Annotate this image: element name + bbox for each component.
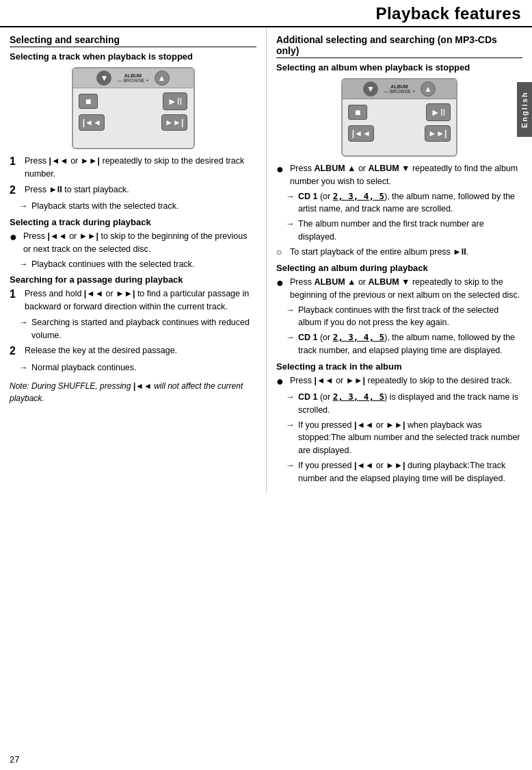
right-bullet3-arrow2: → If you pressed |◄◄ or ►►| when playbac… <box>286 419 522 457</box>
left-diagram: ▼ ALBUM — BROWSE + ▲ ■ ►II |◄◄ ►►| <box>10 67 256 149</box>
step2-text: Press ►II to start playback. <box>25 183 129 196</box>
play-btn-left[interactable]: ►II <box>163 92 187 110</box>
step2-arrow: → Playback starts with the selected trac… <box>19 200 256 213</box>
page-number: 27 <box>10 754 19 765</box>
right-sub3-title: Selecting a track in the album <box>276 361 522 372</box>
cd-player-left: ▼ ALBUM — BROWSE + ▲ ■ ►II |◄◄ ►►| <box>72 67 195 149</box>
right-bullet1-arrow1: → CD 1 (or 2, 3, 4, 5), the album name, … <box>286 190 522 216</box>
right-sub2-title: Selecting an album during playback <box>276 263 522 273</box>
btn-down-left[interactable]: ▲ <box>155 70 170 86</box>
step4: 2 Release the key at the desired passage… <box>10 344 256 359</box>
right-column: Additional selecting and searching (on M… <box>267 27 532 493</box>
next-btn-right[interactable]: ►►| <box>425 125 451 142</box>
right-section-title: Additional selecting and searching (on M… <box>276 34 522 58</box>
page-header: Playback features <box>0 0 532 27</box>
player-bottom-right: |◄◄ ►►| <box>348 125 450 142</box>
cd-player-right: ▼ ALBUM — BROWSE + ▲ ■ ►II |◄◄ ►►| <box>341 78 457 157</box>
next-btn-left[interactable]: ►►| <box>161 114 187 131</box>
left-column: Selecting and searching Selecting a trac… <box>0 27 267 493</box>
step3-arrow: → Searching is started and playback cont… <box>19 316 256 342</box>
step3-num: 1 <box>10 287 22 302</box>
prev-btn-right[interactable]: |◄◄ <box>348 125 374 142</box>
bullet1: ● Press |◄◄ or ►►| to skip to the beginn… <box>10 230 256 256</box>
left-sub1-title: Selecting a track when playback is stopp… <box>10 51 256 62</box>
right-circle1: ○ To start playback of the entire album … <box>276 246 522 259</box>
bullet1-arrow: → Playback continues with the selected t… <box>19 258 256 271</box>
right-bullet1-arrow2: → The album number and the first track n… <box>286 218 522 244</box>
right-bullet2-arrow2: → CD 1 (or 2, 3, 4, 5), the album name, … <box>286 331 522 357</box>
page-title: Playback features <box>11 4 521 23</box>
language-tab: English <box>517 82 532 137</box>
right-bullet3: ● Press |◄◄ or ►►| repeatedly to skip to… <box>276 374 522 389</box>
right-bullet2: ● Press ALBUM ▲ or ALBUM ▼ repeatedly to… <box>276 276 522 302</box>
player-middle-right: ■ ►II <box>348 103 450 121</box>
main-content: Selecting and searching Selecting a trac… <box>0 27 532 493</box>
stop-btn-left[interactable]: ■ <box>79 94 98 109</box>
btn-up-right[interactable]: ▼ <box>363 81 378 97</box>
step4-text: Release the key at the desired passage. <box>25 344 177 357</box>
step4-arrow: → Normal playback continues. <box>19 361 256 374</box>
player-middle-left: ■ ►II <box>79 92 187 110</box>
right-bullet3-arrow3: → If you pressed |◄◄ or ►►| during playb… <box>286 459 522 485</box>
step4-num: 2 <box>10 344 22 359</box>
right-bullet1: ● Press ALBUM ▲ or ALBUM ▼ repeatedly to… <box>276 162 522 188</box>
right-sub1-title: Selecting an album when playback is stop… <box>276 62 522 73</box>
stop-btn-right[interactable]: ■ <box>348 105 367 120</box>
prev-btn-left[interactable]: |◄◄ <box>79 114 105 131</box>
left-sub3-title: Searching for a passage during playback <box>10 274 256 285</box>
right-diagram: ▼ ALBUM — BROWSE + ▲ ■ ►II |◄◄ ►►| <box>276 78 522 157</box>
right-bullet2-arrow1: → Playback continues with the first trac… <box>286 304 522 330</box>
step3: 1 Press and hold |◄◄ or ►►| to find a pa… <box>10 287 256 313</box>
step1-num: 1 <box>10 155 22 169</box>
note: Note: During SHUFFLE, pressing |◄◄ will … <box>10 380 256 405</box>
player-bottom-left: |◄◄ ►►| <box>79 114 187 131</box>
step1-text: Press |◄◄ or ►►| repeatedly to skip to t… <box>25 155 256 181</box>
btn-down-right[interactable]: ▲ <box>421 81 436 97</box>
step2-num: 2 <box>10 183 22 198</box>
step3-text: Press and hold |◄◄ or ►►| to find a part… <box>25 287 256 313</box>
left-section-title: Selecting and searching <box>10 34 256 47</box>
right-bullet3-arrow1: → CD 1 (or 2, 3, 4, 5) is displayed and … <box>286 391 522 417</box>
left-sub2-title: Selecting a track during playback <box>10 217 256 227</box>
step2: 2 Press ►II to start playback. <box>10 183 256 198</box>
play-btn-right[interactable]: ►II <box>426 103 451 121</box>
btn-up-left[interactable]: ▼ <box>96 70 111 86</box>
step1: 1 Press |◄◄ or ►►| repeatedly to skip to… <box>10 155 256 181</box>
